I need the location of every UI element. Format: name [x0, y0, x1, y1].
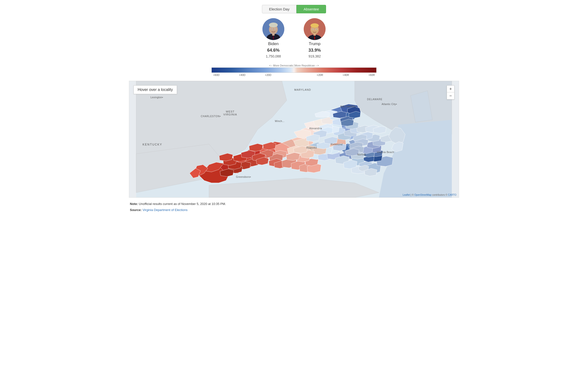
zoom-out-button[interactable]: − [447, 92, 454, 99]
svg-point-17 [313, 29, 314, 30]
tick-60d: +60D [211, 73, 221, 76]
legend-color-bar [211, 67, 377, 73]
biden-photo [262, 18, 284, 40]
hover-tooltip: Hover over a locality [134, 85, 177, 94]
zoom-in-button[interactable]: + [447, 86, 454, 92]
svg-point-7 [272, 29, 272, 29]
biden-candidate: Biden 64.6% 1,750,088 [262, 18, 284, 58]
svg-point-18 [316, 29, 317, 30]
tick-60r: +60R [367, 73, 377, 76]
biden-pct: 64.6% [267, 48, 279, 53]
legend-tick-labels: +60D +40D +20D +20R +40R +60R [211, 73, 377, 76]
tick-40d: +40D [237, 73, 247, 76]
map-legend: <-- More Democratic More Republican --> … [129, 64, 459, 76]
map-svg-wrapper [129, 81, 459, 197]
absentee-button[interactable]: Absentee [296, 5, 326, 13]
svg-point-8 [275, 29, 275, 29]
note-label: Note: [130, 202, 138, 206]
notes-section: Note: Unofficial results current as of N… [129, 202, 459, 213]
legend-gradient [212, 68, 376, 72]
trump-candidate: Trump 33.9% 919,382 [304, 18, 326, 58]
source-label: Source: [130, 208, 142, 212]
more-republican-label: More Republican --> [295, 64, 319, 67]
more-democratic-label: <-- More Democratic [269, 64, 294, 67]
attribution-separator1: | © [410, 193, 414, 196]
tick-20r: +20R [315, 73, 325, 76]
legend-direction-labels: <-- More Democratic More Republican --> [269, 64, 319, 67]
attribution-separator2: contributors © [432, 193, 448, 196]
map-section[interactable]: CINCINNATI• CHARLESTON• WESTVIRGINIA KEN… [129, 81, 459, 198]
svg-point-4 [269, 22, 278, 27]
osm-link[interactable]: OpenStreetMap [414, 193, 432, 196]
zoom-controls: + − [447, 85, 454, 100]
leaflet-link[interactable]: Leaflet [402, 193, 410, 196]
trump-pct: 33.9% [308, 48, 321, 53]
biden-votes: 1,750,088 [266, 54, 281, 58]
note-line: Note: Unofficial results current as of N… [130, 202, 458, 207]
election-day-button[interactable]: Election Day [262, 5, 296, 13]
map-container[interactable]: CINCINNATI• CHARLESTON• WESTVIRGINIA KEN… [129, 81, 459, 197]
biden-name: Biden [268, 41, 278, 46]
tick-40r: +40R [341, 73, 351, 76]
map-attribution: Leaflet | © OpenStreetMap contributors ©… [402, 193, 456, 196]
trump-name: Trump [309, 41, 321, 46]
tick-20d: +20D [263, 73, 273, 76]
vote-type-toggle: Election Day Absentee [129, 5, 459, 13]
trump-votes: 919,382 [309, 54, 321, 58]
source-link[interactable]: Virginia Department of Elections [143, 208, 188, 212]
tick-0 [289, 73, 299, 76]
carto-link[interactable]: CARTO [448, 193, 456, 196]
candidates-section: Biden 64.6% 1,750,088 [129, 18, 459, 58]
note-text: Unofficial results current as of Novembe… [139, 202, 226, 206]
svg-point-14 [311, 23, 319, 28]
source-line: Source: Virginia Department of Elections [130, 208, 458, 213]
trump-photo [304, 18, 326, 40]
